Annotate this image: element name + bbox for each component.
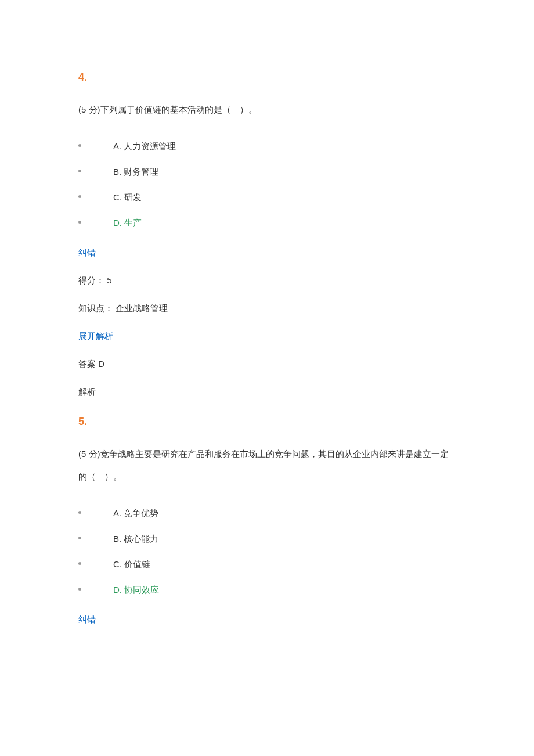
option-d[interactable]: D. 生产	[78, 210, 456, 236]
page: 4. (5 分)下列属于价值链的基本活动的是（ ）。 A. 人力资源管理 B. …	[0, 0, 534, 674]
expand-analysis-link[interactable]: 展开解析	[78, 327, 456, 345]
option-list: A. 竞争优势 B. 核心能力 C. 价值链 D. 协同效应	[78, 501, 456, 603]
option-c[interactable]: C. 价值链	[78, 552, 456, 577]
option-d[interactable]: D. 协同效应	[78, 577, 456, 603]
analysis-label: 解析	[78, 383, 456, 401]
answer-line: 答案 D	[78, 355, 456, 373]
option-b[interactable]: B. 财务管理	[78, 159, 456, 185]
score-line: 得分： 5	[78, 272, 456, 289]
option-b[interactable]: B. 核心能力	[78, 526, 456, 552]
question-block-5: 5. (5 分)竞争战略主要是研究在产品和服务在市场上的竞争问题，其目的从企业内…	[78, 411, 456, 628]
question-number: 5.	[78, 411, 456, 432]
question-block-4: 4. (5 分)下列属于价值链的基本活动的是（ ）。 A. 人力资源管理 B. …	[78, 67, 456, 401]
option-a[interactable]: A. 人力资源管理	[78, 134, 456, 159]
question-stem: (5 分)竞争战略主要是研究在产品和服务在市场上的竞争问题，其目的从企业内部来讲…	[78, 442, 456, 488]
question-number: 4.	[78, 67, 456, 88]
option-c[interactable]: C. 研发	[78, 185, 456, 210]
question-stem: (5 分)下列属于价值链的基本活动的是（ ）。	[78, 98, 456, 121]
correction-link[interactable]: 纠错	[78, 611, 456, 628]
option-a[interactable]: A. 竞争优势	[78, 501, 456, 526]
knowledge-point: 知识点： 企业战略管理	[78, 300, 456, 317]
correction-link[interactable]: 纠错	[78, 244, 456, 261]
option-list: A. 人力资源管理 B. 财务管理 C. 研发 D. 生产	[78, 134, 456, 236]
